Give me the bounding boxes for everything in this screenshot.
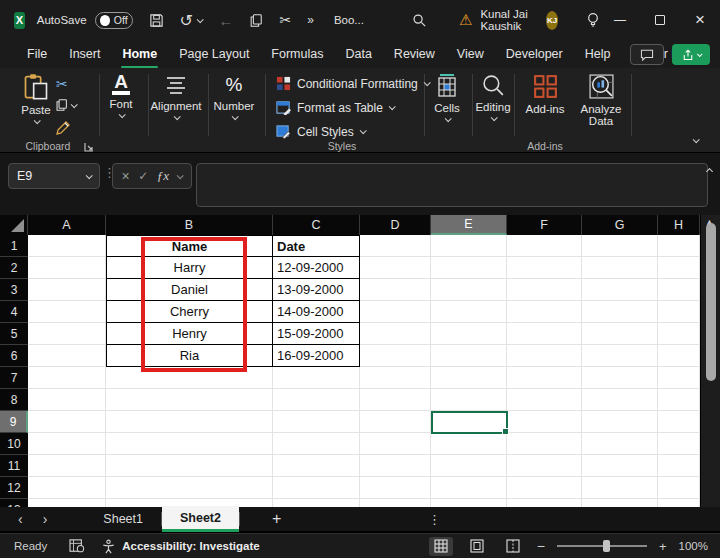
row-header-12[interactable]: 12 <box>0 477 28 499</box>
menu-item-insert[interactable]: Insert <box>58 43 111 65</box>
menu-item-review[interactable]: Review <box>383 43 446 65</box>
cell-G8[interactable] <box>582 389 658 411</box>
cell-D11[interactable] <box>360 455 431 477</box>
number-group-button[interactable]: % Number <box>208 73 260 120</box>
cell-A12[interactable] <box>28 477 106 499</box>
cell-C5[interactable]: 15-09-2000 <box>273 323 360 345</box>
row-header-10[interactable]: 10 <box>0 433 28 455</box>
cell-F10[interactable] <box>507 433 582 455</box>
cell-D5[interactable] <box>360 323 431 345</box>
cell-A11[interactable] <box>28 455 106 477</box>
cell-G13[interactable] <box>582 499 658 507</box>
lightbulb-icon[interactable] <box>586 12 600 28</box>
accessibility-icon[interactable] <box>101 539 116 554</box>
back-arrow-icon[interactable]: ← <box>218 12 233 29</box>
cell-H3[interactable] <box>658 279 700 301</box>
column-header-E[interactable]: E <box>431 215 507 235</box>
cell-E13[interactable] <box>431 499 507 507</box>
cell-D2[interactable] <box>360 257 431 279</box>
cut-icon[interactable]: ✂ <box>279 12 291 28</box>
menu-item-formulas[interactable]: Formulas <box>260 43 334 65</box>
cell-F3[interactable] <box>507 279 582 301</box>
cell-B2[interactable]: Harry <box>106 257 273 279</box>
cell-C4[interactable]: 14-09-2000 <box>273 301 360 323</box>
cell-D4[interactable] <box>360 301 431 323</box>
cell-H5[interactable] <box>658 323 700 345</box>
name-box[interactable]: E9 <box>8 163 100 189</box>
cell-D9[interactable] <box>360 411 431 433</box>
search-icon[interactable] <box>412 13 427 28</box>
cell-G6[interactable] <box>582 345 658 367</box>
row-header-13[interactable]: 13 <box>0 499 28 507</box>
cell-E2[interactable] <box>431 257 507 279</box>
cell-F11[interactable] <box>507 455 582 477</box>
sheet-prev-icon[interactable]: ‹ <box>8 511 33 527</box>
collapse-ribbon-icon[interactable] <box>693 136 700 143</box>
cell-B5[interactable]: Henry <box>106 323 273 345</box>
cell-A2[interactable] <box>28 257 106 279</box>
row-header-2[interactable]: 2 <box>0 257 28 279</box>
cell-B1[interactable]: Name <box>106 235 273 257</box>
cell-G3[interactable] <box>582 279 658 301</box>
cell-C2[interactable]: 12-09-2000 <box>273 257 360 279</box>
cell-C1[interactable]: Date <box>273 235 360 257</box>
copy-button[interactable] <box>55 98 76 112</box>
cell-C7[interactable] <box>273 367 360 389</box>
cell-B3[interactable]: Daniel <box>106 279 273 301</box>
cell-G10[interactable] <box>582 433 658 455</box>
more-commands-icon[interactable]: » <box>307 13 314 27</box>
alignment-group-button[interactable]: Alignment <box>146 73 206 120</box>
cell-D3[interactable] <box>360 279 431 301</box>
cell-A1[interactable] <box>28 235 106 257</box>
row-header-9[interactable]: 9 <box>0 411 28 433</box>
cell-H4[interactable] <box>658 301 700 323</box>
cell-E6[interactable] <box>431 345 507 367</box>
editing-group-button[interactable]: Editing <box>467 73 519 121</box>
sheet-next-icon[interactable]: › <box>33 511 58 527</box>
column-header-D[interactable]: D <box>360 215 431 235</box>
menu-item-page-layout[interactable]: Page Layout <box>168 43 260 65</box>
styles-item-format-as-table[interactable]: Format as Table <box>276 100 394 115</box>
confirm-entry-icon[interactable]: ✓ <box>138 169 148 183</box>
clipboard-dialog-launcher[interactable] <box>84 142 94 152</box>
cell-G5[interactable] <box>582 323 658 345</box>
row-header-5[interactable]: 5 <box>0 323 28 345</box>
vertical-scroll-thumb[interactable] <box>706 223 716 381</box>
cell-B11[interactable] <box>106 455 273 477</box>
cell-A9[interactable] <box>28 411 106 433</box>
cell-C11[interactable] <box>273 455 360 477</box>
menu-item-file[interactable]: File <box>16 43 58 65</box>
cell-E8[interactable] <box>431 389 507 411</box>
cell-A3[interactable] <box>28 279 106 301</box>
formula-input[interactable] <box>196 163 708 207</box>
row-header-1[interactable]: 1 <box>0 235 28 257</box>
cell-H11[interactable] <box>658 455 700 477</box>
cell-H7[interactable] <box>658 367 700 389</box>
copy-icon[interactable] <box>249 13 263 28</box>
cell-G9[interactable] <box>582 411 658 433</box>
sheet-options-icon[interactable]: ⋮ <box>428 512 441 527</box>
cell-E1[interactable] <box>431 235 507 257</box>
cell-D8[interactable] <box>360 389 431 411</box>
cell-B8[interactable] <box>106 389 273 411</box>
page-layout-view-button[interactable] <box>465 537 489 556</box>
cell-H1[interactable] <box>658 235 700 257</box>
zoom-out-icon[interactable]: − <box>537 538 545 554</box>
cell-G2[interactable] <box>582 257 658 279</box>
cell-A7[interactable] <box>28 367 106 389</box>
cell-H10[interactable] <box>658 433 700 455</box>
cell-C12[interactable] <box>273 477 360 499</box>
cell-E4[interactable] <box>431 301 507 323</box>
cell-G11[interactable] <box>582 455 658 477</box>
column-header-A[interactable]: A <box>28 215 106 235</box>
cell-F6[interactable] <box>507 345 582 367</box>
cell-D10[interactable] <box>360 433 431 455</box>
cell-H12[interactable] <box>658 477 700 499</box>
column-header-B[interactable]: B <box>106 215 273 235</box>
analyze-data-button[interactable]: AnalyzeData <box>572 73 630 127</box>
cell-B4[interactable]: Cherry <box>106 301 273 323</box>
cell-A6[interactable] <box>28 345 106 367</box>
sheet-tab-sheet1[interactable]: Sheet1 <box>85 506 161 532</box>
column-header-C[interactable]: C <box>273 215 360 235</box>
cell-A5[interactable] <box>28 323 106 345</box>
